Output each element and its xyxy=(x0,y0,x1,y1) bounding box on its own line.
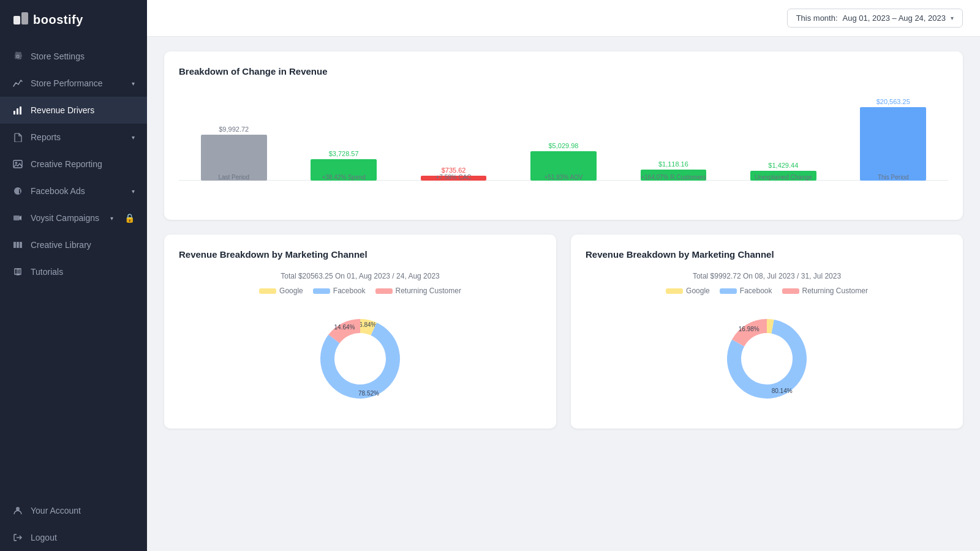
donut-charts-row: Revenue Breakdown by Marketing Channel T… xyxy=(164,234,963,429)
svg-rect-7 xyxy=(13,216,20,220)
legend-label: Returning Customer xyxy=(802,287,868,295)
sidebar-item-tutorials[interactable]: Tutorials xyxy=(0,258,147,285)
legend-color-swatch xyxy=(666,288,683,294)
donut-left-card: Revenue Breakdown by Marketing Channel T… xyxy=(164,234,556,429)
waterfall-card: Breakdown of Change in Revenue $9,992.72… xyxy=(164,51,963,220)
sidebar-label-store-performance: Store Performance xyxy=(31,78,103,88)
waterfall-label-aov: +51.83% AOV xyxy=(508,174,618,181)
nav-menu: Store Settings Store Performance ▾ Reven… xyxy=(0,43,147,551)
legend-label: Facebook xyxy=(333,287,366,295)
sidebar-label-creative-library: Creative Library xyxy=(31,240,91,250)
legend-item-facebook: Facebook xyxy=(720,287,772,295)
legend-item-facebook: Facebook xyxy=(313,287,366,295)
sidebar-label-store-settings: Store Settings xyxy=(31,51,85,61)
donut-label-facebook: 78.52% xyxy=(358,390,379,397)
waterfall-col-last-period: $9,992.72Last Period xyxy=(179,95,288,181)
sidebar-item-creative-library[interactable]: Creative Library xyxy=(0,231,147,258)
waterfall-col-unexplained: $1,429.44Unexplained Change xyxy=(728,95,838,181)
waterfall-chart: $9,992.72Last Period$3,728.57+38.42% Spe… xyxy=(179,89,948,205)
donut-label-returning-customer: 16.98% xyxy=(739,325,760,332)
sidebar-item-revenue-drivers[interactable]: Revenue Drivers xyxy=(0,97,147,124)
waterfall-value-aov: $5,029.98 xyxy=(549,142,579,149)
waterfall-bar-this-period xyxy=(860,107,926,181)
donut-label-returning-customer: 14.64% xyxy=(334,324,355,331)
waterfall-label-spend: +38.42% Spend xyxy=(288,174,398,181)
chevron-down-icon: ▾ xyxy=(110,215,113,222)
waterfall-label-r-customers: +164.07% R.Customers xyxy=(619,174,728,181)
chart-line-icon xyxy=(12,78,23,89)
sidebar-label-your-account: Your Account xyxy=(31,506,81,515)
legend-label: Facebook xyxy=(740,287,772,295)
sidebar-item-store-performance[interactable]: Store Performance ▾ xyxy=(0,70,147,97)
legend-label: Google xyxy=(279,287,303,295)
brand-name: boostify xyxy=(33,13,83,27)
donut-left-subtitle: Total $20563.25 On 01, Aug 2023 / 24, Au… xyxy=(179,272,541,280)
legend-color-swatch xyxy=(720,288,737,294)
brand-logo[interactable]: boostify xyxy=(0,0,147,43)
donut-right-legend: GoogleFacebookReturning Customer xyxy=(586,287,948,295)
logout-icon xyxy=(12,532,23,543)
waterfall-col-r-customers: $1,118.16+164.07% R.Customers xyxy=(619,95,728,181)
waterfall-value-r-customers: $1,118.16 xyxy=(658,160,688,168)
legend-color-swatch xyxy=(375,288,393,294)
legend-label: Returning Customer xyxy=(396,287,461,295)
book-icon xyxy=(12,266,23,277)
svg-rect-8 xyxy=(13,242,16,248)
sidebar-label-facebook-ads: Facebook Ads xyxy=(31,186,85,196)
donut-left-title: Revenue Breakdown by Marketing Channel xyxy=(179,249,541,260)
waterfall-value-spend: $3,728.57 xyxy=(329,150,359,157)
svg-rect-2 xyxy=(13,111,15,114)
chart-bar-icon xyxy=(12,105,23,116)
donut-segment-returning-customer xyxy=(732,319,767,347)
waterfall-label-cac: +7.58% CAC xyxy=(399,174,508,181)
waterfall-label-this-period: This Period xyxy=(839,174,948,181)
sidebar-item-reports[interactable]: Reports ▾ xyxy=(0,124,147,151)
sidebar-label-logout: Logout xyxy=(31,533,57,542)
gear-icon xyxy=(12,51,23,62)
legend-color-swatch xyxy=(782,288,799,294)
donut-left-wrapper: 6.84%78.52%14.64% xyxy=(179,304,541,414)
chevron-down-icon: ▾ xyxy=(132,134,135,141)
sidebar: boostify Store Settings Store Performanc… xyxy=(0,0,147,551)
sidebar-item-voysit-campaigns[interactable]: Voysit Campaigns ▾ 🔒 xyxy=(0,204,147,231)
sidebar-label-tutorials: Tutorials xyxy=(31,267,63,277)
chevron-down-icon: ▾ xyxy=(132,80,135,87)
legend-item-google: Google xyxy=(259,287,303,295)
library-icon xyxy=(12,239,23,250)
legend-item-returning-customer: Returning Customer xyxy=(782,287,868,295)
donut-left-legend: GoogleFacebookReturning Customer xyxy=(179,287,541,295)
date-range-picker[interactable]: This month: Aug 01, 2023 – Aug 24, 2023 … xyxy=(787,9,963,28)
sidebar-item-store-settings[interactable]: Store Settings xyxy=(0,43,147,70)
sidebar-item-logout[interactable]: Logout xyxy=(0,524,147,551)
donut-right-subtitle: Total $9992.72 On 08, Jul 2023 / 31, Jul… xyxy=(586,272,948,280)
sidebar-item-facebook-ads[interactable]: Facebook Ads ▾ xyxy=(0,178,147,204)
svg-rect-1 xyxy=(21,12,28,24)
waterfall-value-this-period: $20,563.25 xyxy=(876,98,910,105)
chevron-down-icon: ▾ xyxy=(132,188,135,195)
campaign-icon xyxy=(12,212,23,223)
donut-label-facebook: 80.14% xyxy=(772,388,793,394)
svg-rect-5 xyxy=(13,160,22,168)
legend-item-returning-customer: Returning Customer xyxy=(375,287,461,295)
sidebar-label-revenue-drivers: Revenue Drivers xyxy=(31,105,94,115)
chevron-down-icon: ▾ xyxy=(951,15,954,21)
date-range-value: Aug 01, 2023 – Aug 24, 2023 xyxy=(843,13,946,23)
legend-item-google: Google xyxy=(666,287,710,295)
svg-rect-9 xyxy=(17,242,19,248)
waterfall-col-spend: $3,728.57+38.42% Spend xyxy=(288,95,398,181)
waterfall-value-last-period: $9,992.72 xyxy=(219,126,249,133)
waterfall-value-cac: $735.62 xyxy=(442,167,466,174)
sidebar-item-creative-reporting[interactable]: Creative Reporting xyxy=(0,151,147,178)
sidebar-label-creative-reporting: Creative Reporting xyxy=(31,159,102,169)
topbar: This month: Aug 01, 2023 – Aug 24, 2023 … xyxy=(147,0,980,37)
legend-label: Google xyxy=(686,287,710,295)
donut-right-card: Revenue Breakdown by Marketing Channel T… xyxy=(571,234,963,429)
waterfall-title: Breakdown of Change in Revenue xyxy=(179,66,948,77)
waterfall-label-unexplained: Unexplained Change xyxy=(728,174,838,181)
facebook-icon xyxy=(12,186,23,197)
svg-point-6 xyxy=(15,162,17,163)
sidebar-item-your-account[interactable]: Your Account xyxy=(0,497,147,524)
sidebar-label-voysit-campaigns: Voysit Campaigns xyxy=(31,213,99,223)
main-content: This month: Aug 01, 2023 – Aug 24, 2023 … xyxy=(147,0,980,551)
waterfall-col-aov: $5,029.98+51.83% AOV xyxy=(508,95,618,181)
